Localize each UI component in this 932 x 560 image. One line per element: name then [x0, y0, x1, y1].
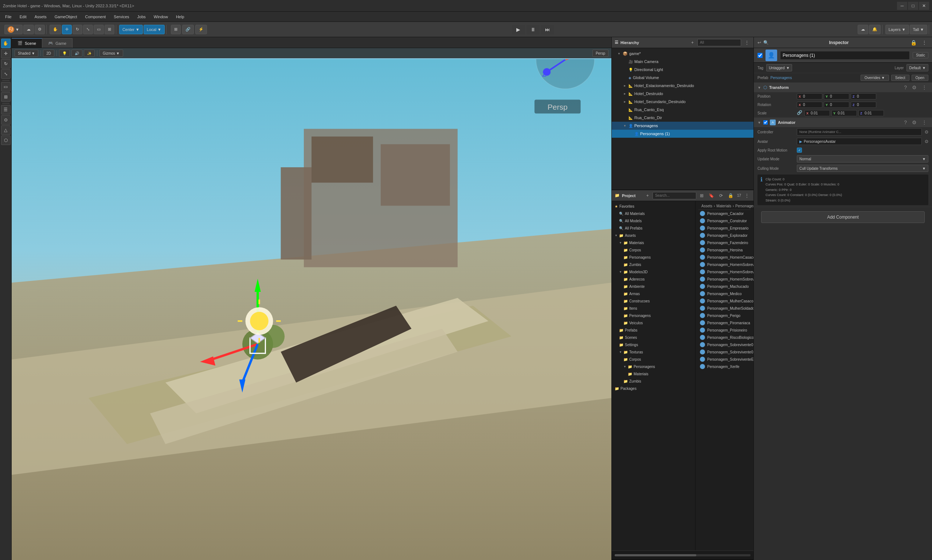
asset-homemsobrevivente01[interactable]: Personagem_HomemSobrevivente01	[698, 261, 751, 268]
layer-dropdown[interactable]: Default ▼	[906, 64, 928, 71]
move-tool-button[interactable]: ✛	[62, 25, 72, 34]
menu-edit[interactable]: Edit	[16, 12, 30, 21]
layers-button[interactable]: Layers ▼	[885, 25, 909, 34]
pt-ambiente[interactable]: 📁 Ambiente	[612, 283, 695, 290]
pt-all-prefabs[interactable]: 🔍 All Prefabs	[612, 225, 695, 232]
persp-button[interactable]: Persp	[592, 49, 609, 57]
pt-armas[interactable]: 📁 Armas	[612, 290, 695, 297]
asset-perigo[interactable]: Personagem_Perigo	[698, 312, 751, 319]
asset-machucado[interactable]: Personagem_Machucado	[698, 283, 751, 290]
pt-all-materials[interactable]: 🔍 All Materials	[612, 210, 695, 217]
inspector-lock-button[interactable]: 🔒	[909, 40, 918, 46]
asset-sobrevivente01[interactable]: Personagem_Sobrevivente01	[698, 341, 751, 348]
rotate-tool-button[interactable]: ↻	[72, 25, 82, 34]
animator-settings-button[interactable]: ⚙	[910, 120, 918, 125]
snap-button[interactable]: 🔗	[182, 25, 194, 34]
inspector-more-button[interactable]: ⋮	[920, 40, 928, 46]
pt-tex-personagens[interactable]: ▼ 📁 Personagens	[612, 363, 695, 370]
tool-rotate[interactable]: ↻	[1, 59, 11, 69]
tab-game[interactable]: 🎮 Game	[42, 38, 72, 48]
asset-medico[interactable]: Personagem_Medico	[698, 290, 751, 297]
transform-more-button[interactable]: ⋮	[920, 85, 928, 90]
hierarchy-item-directional-light[interactable]: 💡 Directional Light	[612, 66, 754, 74]
collab-button[interactable]: ☁	[858, 25, 868, 34]
asset-empresario[interactable]: Personagem_Empresario	[698, 225, 751, 232]
grid-button[interactable]: ⊞	[171, 25, 181, 34]
close-button[interactable]: ✕	[919, 2, 929, 10]
pt-zumbis[interactable]: 📁 Zumbis	[612, 261, 695, 268]
asset-cacador[interactable]: Personagem_Cacador	[698, 210, 751, 217]
asset-heroina[interactable]: Personagem_Heroina	[698, 246, 751, 254]
project-filter-button[interactable]: 🔖	[707, 192, 715, 199]
asset-homemcasaco[interactable]: Personagem_HomemCasaco	[698, 254, 751, 261]
tool-custom[interactable]: ⊞	[1, 92, 11, 102]
animator-info-button[interactable]: ?	[903, 120, 908, 125]
hierarchy-item-personagens[interactable]: ▼ 👤 Personagens	[612, 122, 754, 130]
asset-construtor[interactable]: Personagem_Construtor	[698, 217, 751, 225]
fx-button[interactable]: ✨	[84, 49, 95, 57]
combined-tool-button[interactable]: ⊞	[105, 25, 114, 34]
menu-gameobject[interactable]: GameObject	[51, 12, 81, 21]
tool-extra1[interactable]: ☰	[1, 105, 11, 114]
local-global-button[interactable]: Local ▼	[143, 25, 165, 34]
lighting-button[interactable]: 💡	[59, 49, 70, 57]
pt-tex-corpos[interactable]: 📁 Corpos	[612, 355, 695, 363]
breadcrumb-materials[interactable]: Materials	[716, 204, 731, 208]
hierarchy-item-global-volume[interactable]: ◈ Global Volume	[612, 74, 754, 82]
audio-button[interactable]: 🔊	[71, 49, 82, 57]
asset-explorador[interactable]: Personagem_Explorador	[698, 232, 751, 239]
gizmos-button[interactable]: Gizmos ▼	[100, 49, 123, 57]
scale-lock-icon[interactable]: 🔗	[797, 110, 802, 116]
tab-scene[interactable]: 🎬 Scene	[12, 38, 42, 48]
pt-veiculos[interactable]: 📁 Veiculos	[612, 319, 695, 326]
hierarchy-more-button[interactable]: ⋮	[743, 39, 751, 46]
asset-xerife[interactable]: Personagem_Xerife	[698, 363, 751, 370]
avatar-field[interactable]: ▶ PersonagensAvatar	[797, 138, 922, 145]
tool-extra2[interactable]: ⊙	[1, 115, 11, 125]
menu-jobs[interactable]: Jobs	[134, 12, 149, 21]
pt-favorites[interactable]: ★ Favorites	[612, 203, 695, 210]
project-scrollbar-track[interactable]	[615, 554, 751, 556]
menu-file[interactable]: File	[2, 12, 15, 21]
hierarchy-item-hotel-secundario[interactable]: ► 📐 Hotel_Secundario_Destruido	[612, 98, 754, 106]
animator-section-header[interactable]: ▼ A Animator ? ⚙ ⋮	[754, 118, 932, 127]
hierarchy-item-hotel-estacionamento[interactable]: ► 📐 Hotel_Estacionamento_Destruido	[612, 82, 754, 90]
transform-settings-button[interactable]: ⚙	[910, 85, 918, 90]
hierarchy-item-rua-esq[interactable]: 📐 Rua_Canto_Esq	[612, 106, 754, 114]
asset-riscobiologico[interactable]: Personagem_RiscoBiologico	[698, 334, 751, 341]
project-more-button[interactable]: ⋮	[743, 192, 751, 199]
layout-button[interactable]: Tall ▼	[910, 25, 927, 34]
maximize-button[interactable]: □	[908, 2, 918, 10]
hierarchy-add-button[interactable]: +	[690, 39, 695, 46]
pt-mod-personagens[interactable]: 📁 Personagens	[612, 312, 695, 319]
tool-rect[interactable]: ▭	[1, 82, 11, 91]
object-name-field[interactable]	[780, 51, 910, 60]
hierarchy-item-personagens-1[interactable]: 👤 Personagens (1)	[612, 130, 754, 138]
tool-move[interactable]: ✛	[1, 49, 11, 58]
pt-materiais[interactable]: ▼ 📁 Materiais	[612, 239, 695, 246]
asset-piromaniaca[interactable]: Personagem_Piromaniaca	[698, 319, 751, 326]
animator-more-button[interactable]: ⋮	[920, 120, 928, 125]
hierarchy-item-main-camera[interactable]: 🎥 Main Camera	[612, 58, 754, 66]
controller-field[interactable]: None (Runtime Animator C...	[797, 128, 922, 135]
transform-info-button[interactable]: ?	[903, 85, 908, 90]
breadcrumb-assets[interactable]: Assets	[701, 204, 712, 208]
step-button[interactable]: ⏭	[541, 25, 554, 34]
hierarchy-search[interactable]	[697, 39, 741, 46]
pt-settings[interactable]: 📁 Settings	[612, 341, 695, 348]
asset-prisioneiro[interactable]: Personagem_Prisioneiro	[698, 326, 751, 334]
asset-mulhersoldado[interactable]: Personagem_MulherSoldado	[698, 305, 751, 312]
position-x-field[interactable]: X 0	[797, 93, 822, 100]
asset-fazendeiro[interactable]: Personagem_Fazendeiro	[698, 239, 751, 246]
object-active-checkbox[interactable]	[757, 53, 763, 58]
rect-tool-button[interactable]: ▭	[94, 25, 104, 34]
open-button[interactable]: Open	[912, 75, 928, 81]
controller-target-button[interactable]: ⊙	[925, 129, 928, 134]
tag-dropdown[interactable]: Untagged ▼	[766, 64, 792, 71]
pt-aderecos[interactable]: 📁 Aderecos	[612, 275, 695, 283]
rotation-y-field[interactable]: Y 0	[824, 102, 849, 108]
pt-scenes[interactable]: 📁 Scenes	[612, 334, 695, 341]
add-component-button[interactable]: Add Component	[761, 211, 925, 223]
scale-z-field[interactable]: Z 0.01	[858, 110, 884, 116]
hierarchy-item-game[interactable]: ▼ 📦 game*	[612, 49, 754, 58]
